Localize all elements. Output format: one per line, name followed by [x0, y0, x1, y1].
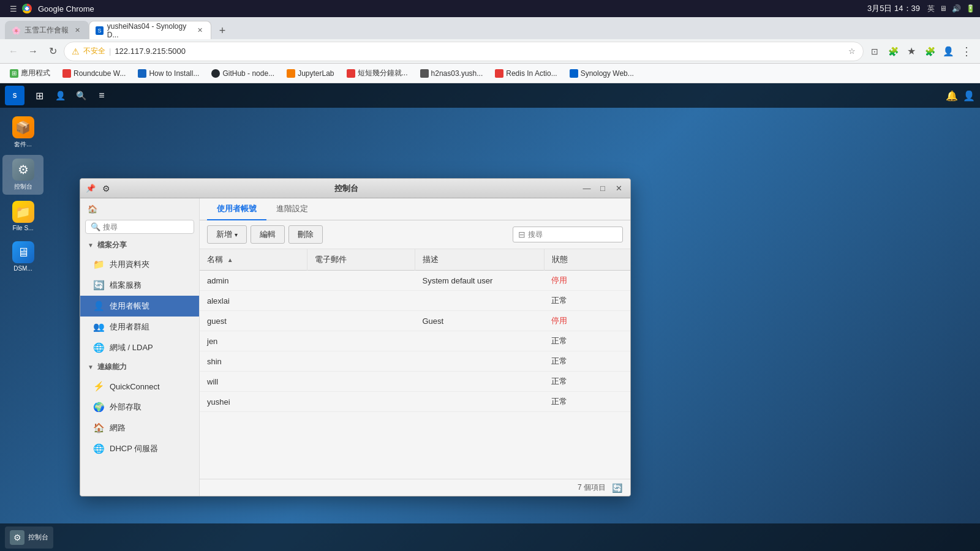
back-button[interactable]: ←	[5, 43, 22, 60]
dsm-icon-packages[interactable]: 📦 套件...	[2, 113, 43, 152]
sidebar-search-input[interactable]	[103, 223, 189, 231]
window-titlebar: 📌 ⚙ 控制台 — □ ✕	[80, 179, 630, 198]
table-row[interactable]: jen 正常	[200, 331, 630, 351]
tab-user-accounts[interactable]: 使用者帳號	[207, 198, 266, 220]
forward-button[interactable]: →	[24, 43, 42, 60]
chrome-toolbar-right: ⊡ 🧩 ★ 🧩 👤 ⋮	[866, 43, 975, 60]
dsm-user-icon[interactable]: 👤	[50, 86, 70, 105]
tab-label-2: yusheiNas04 - Synology D...	[107, 22, 192, 39]
window-pin-icon[interactable]: 📌	[85, 183, 96, 194]
sidebar-item-network[interactable]: 🏠 網路	[80, 418, 199, 438]
tab-synology[interactable]: S yusheiNas04 - Synology D... ✕	[89, 21, 211, 39]
edit-user-button[interactable]: 編輯	[251, 225, 285, 244]
cell-email	[307, 331, 415, 351]
sidebar-item-external-access[interactable]: 🌍 外部存取	[80, 397, 199, 418]
h2nas-favicon-icon	[420, 69, 429, 78]
cell-email	[307, 392, 415, 412]
bookmark-apps[interactable]: ⊞ 應用程式	[5, 66, 55, 80]
control-panel-window: 📌 ⚙ 控制台 — □ ✕ 🏠	[80, 178, 631, 497]
table-search-input[interactable]	[528, 230, 601, 239]
table-row[interactable]: alexlai 正常	[200, 291, 630, 311]
bookmark-redis[interactable]: Redis In Actio...	[490, 67, 562, 80]
sidebar-item-shared-folder[interactable]: 📁 共用資料夾	[80, 254, 199, 275]
dsm-apps-icon[interactable]: ⊞	[29, 86, 49, 105]
bookmark-github[interactable]: GitHub - node...	[206, 67, 279, 80]
window-title: 控制台	[116, 183, 576, 194]
pin-extensions-icon[interactable]: 🧩	[884, 43, 902, 60]
os-taskbar: ☰ Google Chrome 3月5日 14：39 英 🖥 🔊 🔋	[0, 0, 980, 17]
sidebar-item-domain-ldap[interactable]: 🌐 網域 / LDAP	[80, 337, 199, 358]
lang-indicator: 英	[927, 4, 935, 14]
tab-advanced-settings[interactable]: 進階設定	[266, 198, 318, 220]
sidebar-section-file-share[interactable]: ▼ 檔案分享	[80, 236, 199, 254]
users-table: 名稱 ▲ 電子郵件 描述	[200, 249, 630, 479]
extensions-button[interactable]: 🧩	[921, 43, 938, 60]
tab-close-2[interactable]: ✕	[195, 26, 205, 36]
dsm-topbar-icons: ⊞ 👤 🔍 ≡	[29, 86, 111, 105]
os-time-display: 3月5日 14：39	[867, 3, 920, 14]
sidebar-search-box[interactable]: 🔍	[85, 220, 194, 234]
sidebar-item-quickconnect[interactable]: ⚡ QuickConnect	[80, 376, 199, 397]
table-row[interactable]: will 正常	[200, 372, 630, 392]
bookmark-h2nas[interactable]: h2nas03.yush...	[415, 67, 488, 80]
bookmark-jupyter[interactable]: JupyterLab	[282, 67, 339, 80]
table-row[interactable]: admin System default user 停用	[200, 271, 630, 291]
table-row[interactable]: yushei 正常	[200, 392, 630, 412]
sidebar-item-file-services[interactable]: 🔄 檔案服務	[80, 275, 199, 296]
cell-email	[307, 351, 415, 372]
apps-favicon-icon: ⊞	[10, 69, 18, 78]
tab-favicon-1: 🌸	[12, 26, 21, 35]
cell-status: 正常	[544, 291, 630, 311]
sidebar-item-user-groups[interactable]: 👥 使用者群組	[80, 317, 199, 337]
bookmark-roundcube[interactable]: Roundcube W...	[58, 67, 130, 80]
profile-button[interactable]: 👤	[940, 43, 957, 60]
dsm-icon-dsm-manager[interactable]: 🖥 DSM...	[2, 238, 43, 276]
cell-status: 停用	[544, 311, 630, 331]
taskbar-control-panel-label: 控制台	[28, 533, 48, 542]
network-icon: 🖥	[940, 4, 947, 13]
roundcube-favicon-icon	[62, 69, 71, 78]
table-search-box[interactable]: ⊟	[513, 227, 623, 242]
cell-description	[415, 392, 545, 412]
os-start-button[interactable]: ☰	[5, 0, 22, 17]
address-bar[interactable]: ⚠ 不安全 | 122.117.9.215:5000 ☆	[64, 42, 864, 61]
sidebar-item-user-accounts[interactable]: 👤 使用者帳號	[80, 296, 199, 317]
chrome-menu-button[interactable]: ⋮	[958, 43, 975, 60]
sidebar-home-button[interactable]: 🏠	[80, 201, 199, 217]
refresh-button[interactable]: 🔄	[611, 482, 623, 494]
sidebar-item-dhcp[interactable]: 🌐 DHCP 伺服器	[80, 438, 199, 459]
dsm-menu-icon[interactable]: ≡	[92, 86, 111, 105]
bookmark-star-icon[interactable]: ☆	[848, 47, 856, 56]
window-minimize-button[interactable]: —	[580, 182, 594, 195]
col-name[interactable]: 名稱 ▲	[200, 249, 307, 271]
window-close-button[interactable]: ✕	[612, 182, 625, 195]
col-status: 狀態	[544, 249, 630, 271]
table-row[interactable]: guest Guest 停用	[200, 311, 630, 331]
dsm-icon-control-panel[interactable]: ⚙ 控制台	[2, 155, 43, 195]
dsm-user-profile-icon[interactable]: 👤	[963, 90, 975, 102]
quickconnect-label: QuickConnect	[110, 382, 160, 391]
bookmark-install[interactable]: How to Install...	[133, 67, 204, 80]
tab-close-1[interactable]: ✕	[72, 26, 82, 36]
new-tab-button[interactable]: +	[214, 22, 231, 39]
bookmark-shorts[interactable]: 短短幾分鐘就...	[342, 66, 413, 80]
section-file-share-label: 檔案分享	[97, 240, 127, 250]
dsm-notifications-icon[interactable]: 🔔	[946, 90, 958, 102]
tab-yukiwork[interactable]: 🌸 玉雪工作會報 ✕	[5, 21, 89, 39]
cell-email	[307, 311, 415, 331]
dsm-icon-file-station[interactable]: 📁 File S...	[2, 197, 43, 235]
table-row[interactable]: shin 正常	[200, 351, 630, 372]
sidebar-section-connectivity[interactable]: ▼ 連線能力	[80, 358, 199, 376]
window-maximize-button[interactable]: □	[596, 182, 609, 195]
dsm-taskbar: ⚙ 控制台	[0, 523, 980, 551]
reload-button[interactable]: ↻	[44, 43, 61, 60]
new-window-icon[interactable]: ⊡	[866, 43, 883, 60]
bookmark-redis-label: Redis In Actio...	[506, 69, 557, 78]
dsm-search-icon[interactable]: 🔍	[71, 86, 91, 105]
bookmark-icon[interactable]: ★	[903, 43, 920, 60]
taskbar-control-panel[interactable]: ⚙ 控制台	[5, 527, 53, 549]
new-user-button[interactable]: 新增 ▾	[207, 225, 247, 244]
delete-user-button[interactable]: 刪除	[288, 225, 323, 244]
bookmark-synology[interactable]: Synology Web...	[565, 67, 639, 80]
external-access-label: 外部存取	[110, 402, 141, 413]
